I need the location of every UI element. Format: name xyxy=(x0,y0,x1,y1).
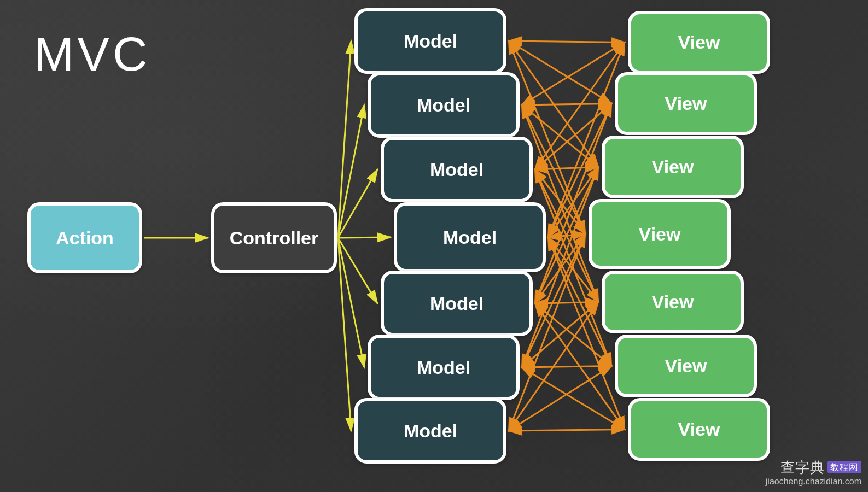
diagram-title: MVC xyxy=(34,26,151,82)
node-view: View xyxy=(602,271,744,333)
svg-line-12 xyxy=(522,43,625,106)
node-action: Action xyxy=(27,202,142,273)
node-model-label: Model xyxy=(417,357,470,378)
node-controller-label: Controller xyxy=(230,227,318,249)
watermark-badge: 教程网 xyxy=(827,461,861,473)
svg-line-3 xyxy=(338,169,377,238)
svg-line-4 xyxy=(338,237,391,238)
svg-line-43 xyxy=(509,366,611,431)
node-view-label: View xyxy=(678,32,720,53)
node-view-label: View xyxy=(639,224,681,245)
svg-line-1 xyxy=(338,41,351,238)
node-view-label: View xyxy=(652,291,694,313)
svg-line-2 xyxy=(338,105,364,238)
node-model: Model xyxy=(368,72,520,138)
node-view-label: View xyxy=(678,419,720,440)
node-model-label: Model xyxy=(443,227,497,248)
svg-line-14 xyxy=(522,105,598,167)
svg-line-19 xyxy=(535,167,598,170)
svg-line-7 xyxy=(338,238,351,431)
svg-line-8 xyxy=(509,41,625,43)
svg-line-26 xyxy=(548,234,585,237)
node-model: Model xyxy=(394,202,546,272)
svg-line-39 xyxy=(522,366,611,368)
node-model-label: Model xyxy=(430,159,483,180)
node-view: View xyxy=(589,199,731,269)
watermark-url: jiaocheng.chazidian.com xyxy=(766,476,861,487)
svg-line-9 xyxy=(509,41,611,104)
node-model: Model xyxy=(368,335,520,400)
node-action-label: Action xyxy=(56,227,114,249)
svg-line-38 xyxy=(522,302,598,368)
node-model: Model xyxy=(381,271,533,336)
svg-line-33 xyxy=(535,302,598,304)
node-view: View xyxy=(615,72,757,135)
node-view: View xyxy=(628,11,770,74)
svg-line-5 xyxy=(338,238,377,303)
node-view: View xyxy=(602,136,744,198)
node-model-label: Model xyxy=(430,293,483,314)
node-view: View xyxy=(615,335,757,397)
node-view-label: View xyxy=(652,156,694,178)
node-view: View xyxy=(628,398,770,461)
node-model-label: Model xyxy=(417,95,470,116)
node-view-label: View xyxy=(665,355,707,377)
watermark-text-a: 查字典 xyxy=(780,459,825,476)
watermark: 查字典教程网 jiaocheng.chazidian.com xyxy=(766,459,861,487)
node-model: Model xyxy=(354,8,506,74)
svg-line-18 xyxy=(535,104,611,170)
svg-line-44 xyxy=(509,430,625,431)
node-model-label: Model xyxy=(404,420,457,442)
node-model: Model xyxy=(381,137,533,202)
diagram-stage: MVC Action Controller ModelModelModelMod… xyxy=(0,0,868,492)
svg-line-6 xyxy=(338,238,364,367)
node-model: Model xyxy=(354,398,506,464)
node-controller: Controller xyxy=(211,202,337,273)
node-view-label: View xyxy=(665,93,707,114)
svg-line-13 xyxy=(522,104,611,106)
node-model-label: Model xyxy=(404,31,457,52)
svg-line-40 xyxy=(522,367,625,430)
svg-line-34 xyxy=(535,303,611,366)
